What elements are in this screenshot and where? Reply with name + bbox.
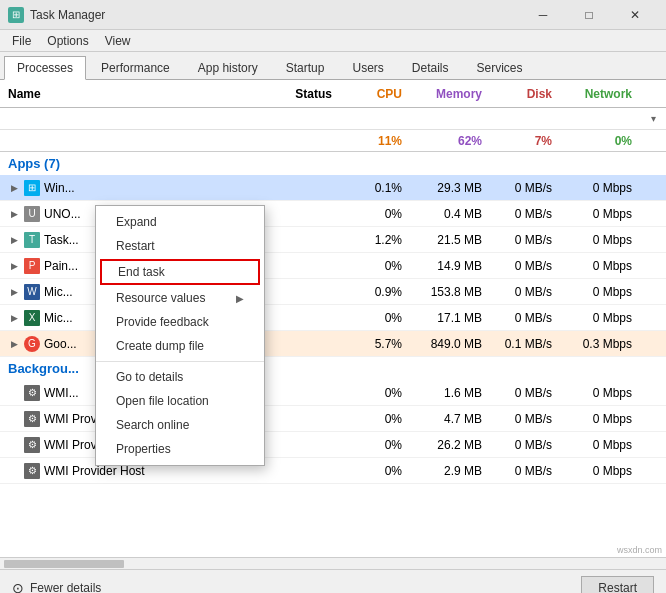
row-network: 0 Mbps [560,410,640,428]
row-cpu: 0% [340,309,410,327]
ctx-create-dump[interactable]: Create dump file [96,334,264,358]
ctx-open-file-location[interactable]: Open file location [96,389,264,413]
ctx-restart[interactable]: Restart [96,234,264,258]
menu-file[interactable]: File [4,32,39,50]
row-memory: 0.4 MB [410,205,490,223]
pct-cpu: 11% [340,132,410,150]
row-memory: 1.6 MB [410,384,490,402]
ctx-go-to-details[interactable]: Go to details [96,365,264,389]
row-name-text: UNO... [44,207,81,221]
title-bar-controls: ─ □ ✕ [520,0,658,30]
row-disk: 0 MB/s [490,436,560,454]
row-memory: 29.3 MB [410,179,490,197]
app-icon-wmi: ⚙ [24,385,40,401]
row-disk: 0 MB/s [490,231,560,249]
row-network: 0 Mbps [560,309,640,327]
expand-arrow-icon [8,465,20,477]
row-memory: 849.0 MB [410,335,490,353]
row-cpu: 5.7% [340,335,410,353]
col-cpu[interactable]: CPU [340,85,410,103]
row-disk: 0 MB/s [490,205,560,223]
row-memory: 17.1 MB [410,309,490,327]
row-cpu: 1.2% [340,231,410,249]
row-network: 0 Mbps [560,283,640,301]
expand-arrow-icon [8,387,20,399]
expand-arrow-icon: ▶ [8,182,20,194]
tab-services[interactable]: Services [464,56,536,79]
row-memory: 4.7 MB [410,410,490,428]
row-cpu: 0% [340,205,410,223]
row-name-text: Pain... [44,259,78,273]
row-cpu: 0% [340,462,410,480]
row-name-text: Win... [44,181,75,195]
up-arrow-icon: ⊙ [12,580,24,594]
apps-section-header: Apps (7) [0,152,666,175]
menu-options[interactable]: Options [39,32,96,50]
row-disk: 0 MB/s [490,179,560,197]
row-status [240,469,340,473]
restart-button[interactable]: Restart [581,576,654,594]
column-headers: Name Status CPU Memory Disk Network [0,80,666,108]
app-icon-excel: X [24,310,40,326]
col-network[interactable]: Network [560,85,640,103]
tab-processes[interactable]: Processes [4,56,86,80]
row-name-text: WMI... [44,386,79,400]
row-network: 0 Mbps [560,231,640,249]
tab-performance[interactable]: Performance [88,56,183,79]
expand-arrow-icon [8,439,20,451]
menu-view[interactable]: View [97,32,139,50]
tab-app-history[interactable]: App history [185,56,271,79]
row-network: 0 Mbps [560,205,640,223]
row-disk: 0 MB/s [490,309,560,327]
ctx-resource-values[interactable]: Resource values ▶ [96,286,264,310]
row-disk: 0 MB/s [490,384,560,402]
collapse-arrow-icon[interactable]: ▾ [645,111,662,126]
ctx-properties[interactable]: Properties [96,437,264,461]
row-status [240,186,340,190]
expand-arrow-icon: ▶ [8,286,20,298]
ctx-expand[interactable]: Expand [96,210,264,234]
table-row[interactable]: ▶ ⊞ Win... 0.1% 29.3 MB 0 MB/s 0 Mbps [0,175,666,201]
tab-users[interactable]: Users [339,56,396,79]
tab-details[interactable]: Details [399,56,462,79]
col-memory[interactable]: Memory [410,85,490,103]
horizontal-scrollbar[interactable] [0,557,666,569]
col-name[interactable]: Name [0,85,240,103]
row-disk: 0 MB/s [490,283,560,301]
row-network: 0 Mbps [560,436,640,454]
app-icon-win: ⊞ [24,180,40,196]
close-button[interactable]: ✕ [612,0,658,30]
row-network: 0 Mbps [560,462,640,480]
minimize-button[interactable]: ─ [520,0,566,30]
row-memory: 26.2 MB [410,436,490,454]
fewer-details-button[interactable]: ⊙ Fewer details [12,580,101,594]
expand-arrow-icon: ▶ [8,260,20,272]
app-icon-wmi: ⚙ [24,437,40,453]
pct-disk: 7% [490,132,560,150]
app-icon-task: T [24,232,40,248]
app-icon-paint: P [24,258,40,274]
h-scrollbar-thumb[interactable] [4,560,124,568]
maximize-button[interactable]: □ [566,0,612,30]
ctx-provide-feedback[interactable]: Provide feedback [96,310,264,334]
ctx-end-task[interactable]: End task [100,259,260,285]
row-memory: 14.9 MB [410,257,490,275]
row-cpu: 0% [340,436,410,454]
ctx-submenu-arrow-icon: ▶ [236,293,244,304]
row-cpu: 0% [340,384,410,402]
app-icon-chrome: G [24,336,40,352]
row-disk: 0 MB/s [490,257,560,275]
col-status[interactable]: Status [240,85,340,103]
tab-startup[interactable]: Startup [273,56,338,79]
row-network: 0 Mbps [560,257,640,275]
app-icon-wmi: ⚙ [24,463,40,479]
row-memory: 2.9 MB [410,462,490,480]
title-bar: ⊞ Task Manager ─ □ ✕ [0,0,666,30]
menu-bar: File Options View [0,30,666,52]
ctx-resource-label: Resource values [116,291,205,305]
col-disk[interactable]: Disk [490,85,560,103]
ctx-search-online[interactable]: Search online [96,413,264,437]
row-memory: 153.8 MB [410,283,490,301]
expand-arrow-icon [8,413,20,425]
watermark: wsxdn.com [617,545,662,555]
